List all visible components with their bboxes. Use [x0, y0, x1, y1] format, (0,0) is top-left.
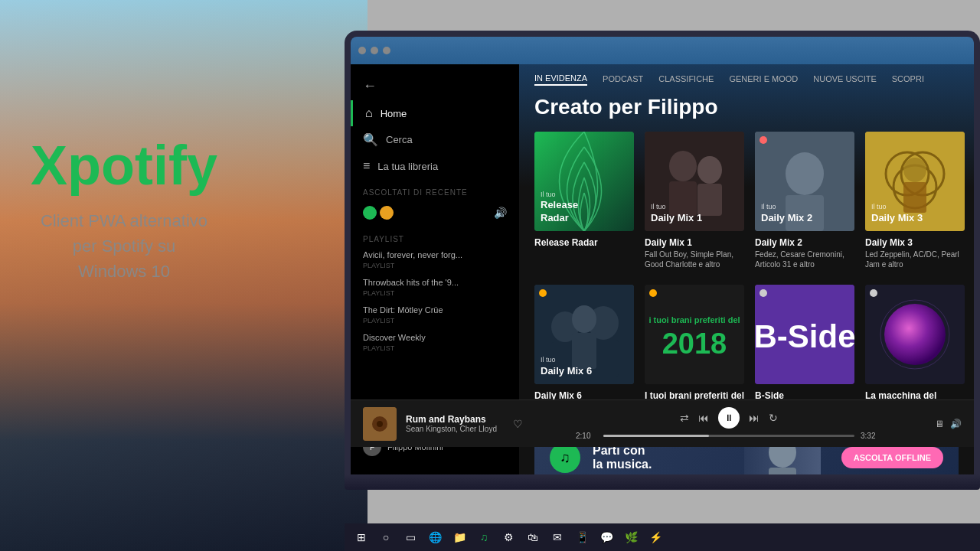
sidebar-item-library[interactable]: ≡ La tua libreria: [351, 153, 519, 179]
playlist-item-2[interactable]: Throwback hits of the '9... PLAYLIST: [351, 274, 519, 302]
player-track-artist: Sean Kingston, Cher Lloyd: [406, 425, 498, 433]
macchina-image: ▶: [865, 285, 965, 384]
daily-mix-1-subtitle: Fall Out Boy, Simple Plan, Good Charlott…: [645, 249, 744, 269]
heart-icon[interactable]: ♡: [513, 418, 523, 430]
card-daily-mix-3[interactable]: Il tuo Daily Mix 3 ▶ Daily Mix 3 Led Zep…: [865, 132, 965, 269]
repeat-button[interactable]: ↻: [769, 412, 778, 424]
device-icon[interactable]: 🖥: [935, 419, 944, 429]
laptop-screen: ← ⌂ Home 🔍 Cerca ≡ La tua libreria ASCOL…: [345, 31, 980, 474]
taskbar: ⊞ ○ ▭ 🌐 📁 ♫ ⚙ 🛍 ✉ 📱 💬 🌿 ⚡: [345, 523, 980, 551]
daily-mix-3-overlay: Il tuo Daily Mix 3: [871, 203, 923, 225]
taskbar-spotify[interactable]: ♫: [473, 527, 495, 548]
back-button[interactable]: ←: [351, 72, 519, 100]
taskbar-chat[interactable]: 💬: [596, 527, 617, 548]
daily-mix-3-image: Il tuo Daily Mix 3 ▶: [865, 132, 965, 231]
dm2-dot: [760, 136, 767, 144]
daily-mix-6-image: Il tuo Daily Mix 6 ▶: [534, 285, 634, 384]
svg-text:B-Side: B-Side: [755, 318, 854, 354]
progress-bar[interactable]: [603, 435, 854, 437]
app-subtitle: Client PWA alternativoper Spotify suWind…: [31, 208, 217, 284]
taskbar-search[interactable]: ○: [375, 527, 397, 548]
daily-mix-6-overlay: Il tuo Daily Mix 6: [541, 356, 592, 378]
sidebar-home-label: Home: [381, 108, 407, 119]
player-track-info: Rum and Raybans Sean Kingston, Cher Lloy…: [406, 414, 498, 433]
taskbar-start[interactable]: ⊞: [351, 527, 372, 548]
taskbar-app2[interactable]: ⚡: [645, 527, 666, 548]
2018-dot: [649, 289, 657, 297]
player-track-name: Rum and Raybans: [406, 414, 498, 425]
current-time: 2:10: [576, 432, 597, 440]
sidebar-item-home[interactable]: ⌂ Home: [351, 100, 519, 126]
card-daily-mix-1[interactable]: Il tuo Daily Mix 1 ▶ Daily Mix 1 Fall Ou…: [645, 132, 744, 269]
taskbar-phone[interactable]: 📱: [571, 527, 593, 548]
daily-mix-1-overlay: Il tuo Daily Mix 1: [651, 203, 702, 225]
taskbar-explorer[interactable]: 📁: [449, 527, 470, 548]
playlist-item-4[interactable]: Discover Weekly PLAYLIST: [351, 329, 519, 357]
playlist-item-1[interactable]: Avicii, forever, never forg... PLAYLIST: [351, 246, 519, 274]
release-radar-overlay: Il tuo ReleaseRadar: [541, 191, 578, 225]
svg-point-25: [572, 305, 596, 333]
browser-dot-1: [358, 47, 366, 54]
card-release-radar[interactable]: Il tuo ReleaseRadar ▶ Release Radar: [534, 132, 634, 269]
playlist-section-label: PLAYLIST: [351, 226, 519, 246]
offline-button[interactable]: ASCOLTA OFFLINE: [841, 447, 943, 468]
release-radar-title: Release Radar: [534, 237, 634, 248]
nav-classifiche[interactable]: CLASSIFICHE: [658, 74, 714, 85]
card-daily-mix-2[interactable]: Il tuo Daily Mix 2 ▶ Daily Mix 2 Fedez, …: [755, 132, 854, 269]
svg-text:2018: 2018: [662, 328, 727, 360]
sidebar-search-label: Cerca: [386, 134, 413, 145]
top-navigation: IN EVIDENZA PODCAST CLASSIFICHE GENERI E…: [519, 64, 974, 95]
avatar-dot-1: [363, 206, 377, 220]
svg-point-7: [786, 152, 824, 195]
taskbar-mail[interactable]: ✉: [547, 527, 568, 548]
player-bar: Rum and Raybans Sean Kingston, Cher Lloy…: [351, 399, 974, 447]
svg-point-39: [377, 421, 383, 427]
prev-button[interactable]: ⏮: [698, 412, 709, 424]
svg-text:i tuoi brani preferiti del: i tuoi brani preferiti del: [648, 315, 740, 324]
browser-chrome: [351, 37, 974, 64]
2018-image: i tuoi brani preferiti del 2018 ▶: [645, 285, 744, 384]
spotify-logo-icon: ♫: [560, 450, 570, 466]
nav-nuove-uscite[interactable]: NUOVE USCITE: [813, 74, 877, 85]
taskbar-settings[interactable]: ⚙: [498, 527, 519, 548]
taskbar-task-view[interactable]: ▭: [400, 527, 421, 548]
player-controls: ⇄ ⏮ ⏸ ⏭ ↻ 2:10 3:32: [532, 407, 926, 440]
nav-generi[interactable]: GENERI E MOOD: [729, 74, 798, 85]
svg-point-2: [669, 151, 697, 181]
sidebar-item-search[interactable]: 🔍 Cerca: [351, 126, 519, 153]
nav-podcast[interactable]: PODCAST: [603, 74, 643, 85]
branding-section: Xpotify Client PWA alternativoper Spotif…: [31, 138, 217, 284]
player-buttons: ⇄ ⏮ ⏸ ⏭ ↻: [680, 407, 778, 429]
taskbar-store[interactable]: 🛍: [522, 527, 544, 548]
player-progress: 2:10 3:32: [576, 432, 882, 440]
nav-scopri[interactable]: SCOPRI: [892, 74, 924, 85]
sound-icon: 🔊: [494, 207, 507, 219]
nav-in-evidenza[interactable]: IN EVIDENZA: [534, 73, 587, 86]
daily-mix-3-title: Daily Mix 3: [865, 237, 965, 248]
pause-button[interactable]: ⏸: [718, 407, 740, 429]
promo-text: Parti conla musica.: [593, 444, 652, 471]
laptop-hinge: [345, 474, 980, 490]
playlist-type-1: PLAYLIST: [363, 261, 507, 271]
volume-icon[interactable]: 🔊: [950, 419, 962, 429]
svg-point-4: [697, 156, 722, 184]
player-right-controls: 🖥 🔊: [935, 419, 962, 429]
playlist-type-3: PLAYLIST: [363, 316, 507, 326]
recently-played-section: ASCOLTATI DI RECENTE: [351, 179, 519, 200]
page-title: Creato per Filippo: [519, 95, 974, 132]
playlist-name-4: Discover Weekly: [363, 332, 507, 344]
avatar-dot-2: [380, 206, 394, 220]
macchina-dot: [870, 289, 877, 297]
daily-mix-2-image: Il tuo Daily Mix 2 ▶: [755, 132, 854, 231]
taskbar-app1[interactable]: 🌿: [620, 527, 642, 548]
dm6-dot: [539, 289, 547, 297]
browser-dot-3: [383, 47, 390, 54]
svg-rect-36: [769, 468, 796, 474]
playlist-item-3[interactable]: The Dirt: Mötley Crüe PLAYLIST: [351, 302, 519, 329]
shuffle-button[interactable]: ⇄: [680, 412, 689, 424]
daily-mix-1-image: Il tuo Daily Mix 1 ▶: [645, 132, 744, 231]
b-side-image: B-Side ▶: [755, 285, 854, 384]
taskbar-edge[interactable]: 🌐: [424, 527, 446, 548]
player-album-art: [363, 407, 397, 441]
next-button[interactable]: ⏭: [749, 412, 760, 424]
